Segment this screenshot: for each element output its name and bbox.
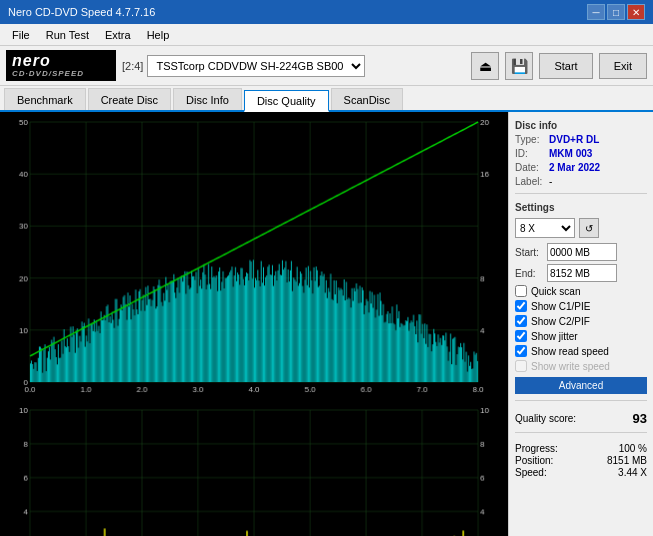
drive-dropdown[interactable]: TSSTcorp CDDVDW SH-224GB SB00 [147, 55, 365, 77]
tab-disc-info[interactable]: Disc Info [173, 88, 242, 110]
show-c2pif-label: Show C2/PIF [531, 316, 590, 327]
right-panel: Disc info Type: DVD+R DL ID: MKM 003 Dat… [508, 112, 653, 536]
eject-button[interactable]: ⏏ [471, 52, 499, 80]
menu-extra[interactable]: Extra [97, 27, 139, 43]
settings-title: Settings [515, 202, 647, 213]
end-mb-row: End: [515, 264, 647, 282]
menu-file[interactable]: File [4, 27, 38, 43]
show-read-speed-checkbox[interactable] [515, 345, 527, 357]
show-c1pie-label: Show C1/PIE [531, 301, 590, 312]
menu-runtest[interactable]: Run Test [38, 27, 97, 43]
drive-label: [2:4] [122, 60, 143, 72]
logo-nero-text: nero [12, 52, 51, 70]
disc-id-row: ID: MKM 003 [515, 148, 647, 159]
show-write-speed-label: Show write speed [531, 361, 610, 372]
end-mb-input[interactable] [547, 264, 617, 282]
chart-bottom [2, 402, 506, 536]
tab-scan-disc[interactable]: ScanDisc [331, 88, 403, 110]
tab-benchmark[interactable]: Benchmark [4, 88, 86, 110]
quick-scan-label: Quick scan [531, 286, 580, 297]
window-title: Nero CD-DVD Speed 4.7.7.16 [8, 6, 155, 18]
start-mb-input[interactable] [547, 243, 617, 261]
advanced-button[interactable]: Advanced [515, 377, 647, 394]
start-mb-row: Start: [515, 243, 647, 261]
charts-container [0, 112, 508, 536]
progress-section: Progress: 100 % Position: 8151 MB Speed:… [515, 443, 647, 479]
quick-scan-checkbox[interactable] [515, 285, 527, 297]
drive-select-area: [2:4] TSSTcorp CDDVDW SH-224GB SB00 [122, 55, 465, 77]
disc-label-row: Label: - [515, 176, 647, 187]
divider-2 [515, 400, 647, 401]
show-jitter-row: Show jitter [515, 330, 647, 342]
minimize-button[interactable]: ─ [587, 4, 605, 20]
divider-3 [515, 432, 647, 433]
quality-score: 93 [633, 411, 647, 426]
tab-disc-quality[interactable]: Disc Quality [244, 90, 329, 112]
show-jitter-checkbox[interactable] [515, 330, 527, 342]
save-button[interactable]: 💾 [505, 52, 533, 80]
show-jitter-label: Show jitter [531, 331, 578, 342]
title-bar: Nero CD-DVD Speed 4.7.7.16 ─ □ ✕ [0, 0, 653, 24]
charts-and-stats: PI Errors Average 0.51 Maximum 31 Total … [0, 112, 508, 536]
tab-create-disc[interactable]: Create Disc [88, 88, 171, 110]
start-button[interactable]: Start [539, 53, 592, 79]
quick-scan-row: Quick scan [515, 285, 647, 297]
menu-help[interactable]: Help [139, 27, 178, 43]
show-c1pie-row: Show C1/PIE [515, 300, 647, 312]
disc-info-title: Disc info [515, 120, 647, 131]
show-read-speed-row: Show read speed [515, 345, 647, 357]
menu-bar: File Run Test Extra Help [0, 24, 653, 46]
refresh-button[interactable]: ↺ [579, 218, 599, 238]
show-read-speed-label: Show read speed [531, 346, 609, 357]
exit-button[interactable]: Exit [599, 53, 647, 79]
progress-row: Progress: 100 % [515, 443, 647, 454]
show-c2pif-row: Show C2/PIF [515, 315, 647, 327]
app-logo: nero CD·DVD/SPEED [6, 50, 116, 80]
disc-date-row: Date: 2 Mar 2022 [515, 162, 647, 173]
show-c2pif-checkbox[interactable] [515, 315, 527, 327]
show-write-speed-row: Show write speed [515, 360, 647, 372]
window-controls: ─ □ ✕ [587, 4, 645, 20]
logo-sub-text: CD·DVD/SPEED [12, 70, 84, 79]
position-row: Position: 8151 MB [515, 455, 647, 466]
close-button[interactable]: ✕ [627, 4, 645, 20]
maximize-button[interactable]: □ [607, 4, 625, 20]
speed-row: 8 X ↺ [515, 218, 647, 238]
show-write-speed-checkbox[interactable] [515, 360, 527, 372]
main-content: PI Errors Average 0.51 Maximum 31 Total … [0, 112, 653, 536]
toolbar: nero CD·DVD/SPEED [2:4] TSSTcorp CDDVDW … [0, 46, 653, 86]
speed-row-progress: Speed: 3.44 X [515, 467, 647, 478]
tab-bar: Benchmark Create Disc Disc Info Disc Qua… [0, 86, 653, 112]
quality-row: Quality score: 93 [515, 411, 647, 426]
speed-select[interactable]: 8 X [515, 218, 575, 238]
chart-top [2, 114, 506, 400]
disc-type-row: Type: DVD+R DL [515, 134, 647, 145]
divider-1 [515, 193, 647, 194]
show-c1pie-checkbox[interactable] [515, 300, 527, 312]
